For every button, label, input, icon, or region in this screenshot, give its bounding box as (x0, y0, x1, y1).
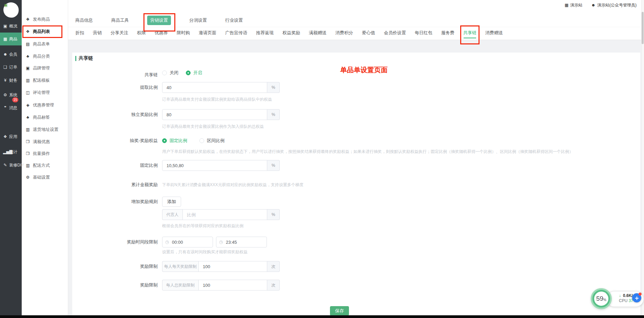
fixed-ratio-input[interactable] (162, 160, 267, 171)
menu-item-publish-goods[interactable]: ❖发布商品 (22, 14, 68, 25)
sitemap-icon: ♣ (25, 54, 30, 59)
sidebar-item-members[interactable]: ☻会员 (0, 48, 22, 61)
fixed-ratio-row: 固定比例 % (72, 160, 640, 172)
primary-tabs: 商品信息 商品工具 营销设置 分润设置 行业设置 (68, 14, 644, 27)
total-limit-input[interactable] (198, 280, 267, 291)
gear-icon: ⚙ (25, 175, 30, 180)
add-button[interactable]: 添加 (162, 197, 181, 207)
subtab-member-price[interactable]: 会员价设置 (384, 30, 406, 36)
subtab-service-fee[interactable]: 服务费 (441, 30, 454, 36)
gears-icon: ⚙ (3, 93, 7, 97)
subtab-consume-gift[interactable]: 消费赠送 (485, 30, 503, 36)
times-suffix: 次 (267, 280, 280, 291)
add-rule-help: 根据会员所在的等级获得对应的奖励权益比例 (162, 223, 630, 228)
site-logo[interactable]: ▣ (3, 2, 19, 18)
start-time-picker[interactable]: ◷ (162, 237, 213, 247)
sidebar-item-diy[interactable]: ✎装修DIY (0, 159, 22, 172)
menu-item-return-address[interactable]: ▥退货地址设置 (22, 124, 68, 135)
image-placeholder-icon: ▣ (4, 3, 7, 7)
radio-range-ratio[interactable]: 区间比例 (199, 138, 225, 144)
daily-limit-label: 奖励限制 (72, 261, 158, 272)
page-scrollbar[interactable] (641, 0, 644, 315)
radio-off-icon (162, 71, 167, 75)
subtab-consume-points[interactable]: 消费积分 (335, 30, 353, 36)
menu-item-goods-form[interactable]: ▤商品表单 (22, 39, 68, 49)
clock-icon: ◷ (165, 239, 169, 244)
tab-marketing-settings[interactable]: 营销设置 (147, 16, 171, 25)
menu-item-label: 商品表单 (33, 41, 50, 47)
sidebar-item-messages[interactable]: ❞消息 (0, 101, 22, 114)
subtab-daily-redpacket[interactable]: 每日红包 (415, 30, 432, 36)
subtab-coupon[interactable]: 优惠券 (155, 30, 168, 36)
sidebar-item-goods[interactable]: ▦商品 (0, 33, 22, 45)
sidebar-item-orders[interactable]: ❑订单 (0, 61, 22, 74)
site-switcher[interactable]: ▦演示站 (565, 2, 582, 8)
menu-item-full-discount[interactable]: ❒满额优惠 (22, 136, 68, 147)
end-time-picker[interactable]: ◷ (216, 237, 267, 247)
menu-item-coupon-manage[interactable]: ◈优惠券管理 (22, 100, 68, 111)
menu-item-goods-category[interactable]: ♣商品分类 (22, 51, 68, 62)
menu-item-label: 品牌管理 (33, 65, 50, 71)
sidebar-item-overview[interactable]: ▣概况 (0, 20, 22, 33)
menu-item-delivery-method[interactable]: ▥配送方式 (22, 160, 68, 171)
time-limit-label: 奖励时间段限制 (72, 237, 158, 247)
menu-item-delivery-template[interactable]: ▥配送模板 (22, 75, 68, 86)
radio-open-label: 开启 (193, 70, 202, 76)
radio-fixed-ratio[interactable]: 固定比例 (162, 138, 187, 144)
account-menu[interactable]: ☻演示站(公众号管理员) (591, 2, 637, 8)
subtab-share-follow[interactable]: 分享关注 (111, 30, 128, 36)
radio-open[interactable]: 开启 (186, 70, 202, 76)
scrollbar-thumb[interactable] (642, 12, 644, 44)
subtab-full-gift[interactable]: 满额赠送 (309, 30, 327, 36)
independent-ratio-help: 订单该商品最终支付金额设置比例作为加入排队的总权益 (162, 124, 630, 129)
daily-limit-row: 奖励限制 每人每天奖励限制次 (72, 261, 640, 273)
tab-goods-info[interactable]: 商品信息 (75, 16, 93, 25)
menu-item-basic-settings[interactable]: ⚙基础设置 (22, 172, 68, 183)
menu-item-goods-tag[interactable]: ♣商品标签 (22, 112, 68, 123)
daily-limit-input[interactable] (198, 261, 267, 272)
system-monitor-widget[interactable]: ↓0.6K/s CPU 37℃ 59% ＋ (591, 288, 644, 310)
menu-item-brand-manage[interactable]: ▣品牌管理 (22, 63, 68, 74)
sidebar-item-apps[interactable]: ❖应用 (0, 130, 22, 143)
subtab-marketing[interactable]: 营销 (93, 30, 102, 36)
total-limit-label: 奖励限制 (72, 280, 158, 291)
extract-ratio-label: 提取比例 (72, 82, 158, 93)
memory-gauge[interactable]: 59% (591, 288, 612, 309)
sidebar-item-stats[interactable]: ▂▅▇统计 (0, 145, 22, 158)
subtab-love-value[interactable]: 爱心值 (362, 30, 375, 36)
menu-item-batch-operation[interactable]: ❒批量操作 (22, 148, 68, 159)
tab-goods-tools[interactable]: 商品工具 (111, 16, 129, 25)
total-limit-row: 奖励限制 每人总奖励限制次 (72, 280, 640, 291)
subtab-recommend-cashback[interactable]: 推荐返现 (256, 30, 274, 36)
save-button[interactable]: 保存 (330, 306, 349, 316)
accelerate-button[interactable]: ＋ (632, 293, 641, 302)
sitemap-icon: ♣ (25, 115, 30, 120)
subtab-share-chain[interactable]: 共享链 (463, 30, 476, 36)
subtab-ad-slogan[interactable]: 广告宣传语 (225, 30, 247, 36)
share-chain-panel: 共享链 单品单设置页面 共享链 关闭 开启 提取比例 % 订单该商品最终支付金额… (72, 53, 640, 315)
subtab-discount[interactable]: 折扣 (75, 30, 84, 36)
sidebar-item-system[interactable]: ⚙系统 (0, 88, 22, 101)
ratio-input[interactable] (182, 209, 267, 220)
start-time-input[interactable] (162, 237, 213, 247)
menu-item-goods-list[interactable]: ❖商品列表 (22, 26, 68, 37)
subtab-rights-reward[interactable]: 权益奖励 (282, 30, 300, 36)
radio-close[interactable]: 关闭 (162, 70, 178, 76)
sidebar-item-label: 会员 (9, 52, 17, 57)
end-time-input[interactable] (216, 237, 267, 247)
tab-profit-settings[interactable]: 分润设置 (189, 16, 207, 25)
menu-item-label: 退货地址设置 (33, 127, 58, 133)
subtab-invite-page[interactable]: 邀请页面 (199, 30, 216, 36)
sidebar-item-finance[interactable]: ¥财务 (0, 74, 22, 87)
sidebar-item-label: 系统 (9, 92, 17, 98)
extract-ratio-input[interactable] (162, 82, 267, 93)
subtab-flash-sale[interactable]: 限时购 (177, 30, 190, 36)
independent-ratio-input[interactable] (162, 109, 267, 120)
tab-industry-settings[interactable]: 行业设置 (225, 16, 243, 25)
site-name: 演示站 (570, 2, 582, 8)
menu-item-comment-manage[interactable]: ◫评论管理 (22, 87, 68, 98)
percent-suffix: % (267, 209, 280, 220)
subtab-permission[interactable]: 权限 (137, 30, 146, 36)
menu-item-label: 配送方式 (33, 163, 50, 168)
independent-ratio-label: 独立奖励比例 (72, 109, 158, 120)
